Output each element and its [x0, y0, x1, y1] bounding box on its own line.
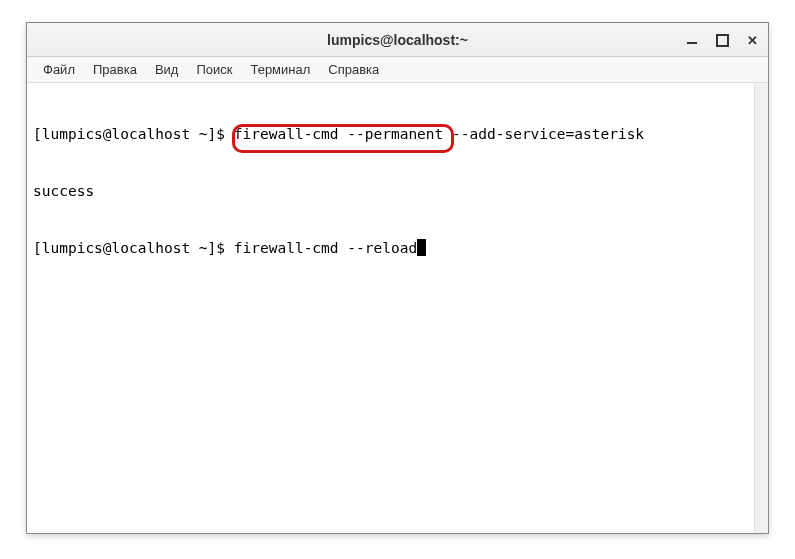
- terminal-line: [lumpics@localhost ~]$ firewall-cmd --re…: [33, 239, 762, 258]
- terminal-cursor: [417, 239, 426, 256]
- menu-view[interactable]: Вид: [147, 60, 187, 79]
- terminal-line: success: [33, 182, 762, 201]
- menu-help[interactable]: Справка: [320, 60, 387, 79]
- terminal-area[interactable]: [lumpics@localhost ~]$ firewall-cmd --pe…: [27, 83, 768, 533]
- menu-terminal[interactable]: Терминал: [242, 60, 318, 79]
- command-text: firewall-cmd --reload: [234, 240, 417, 256]
- menu-edit[interactable]: Правка: [85, 60, 145, 79]
- menu-search[interactable]: Поиск: [188, 60, 240, 79]
- terminal-window: lumpics@localhost:~ Файл Правка Вид Поис…: [26, 22, 769, 534]
- menu-file[interactable]: Файл: [35, 60, 83, 79]
- maximize-icon[interactable]: [714, 32, 730, 48]
- prompt-text: [lumpics@localhost ~]$: [33, 240, 234, 256]
- command-text: firewall-cmd --permanent --add-service=a…: [234, 126, 644, 142]
- window-controls: [684, 23, 760, 57]
- titlebar[interactable]: lumpics@localhost:~: [27, 23, 768, 57]
- minimize-icon[interactable]: [684, 32, 700, 48]
- scrollbar[interactable]: [754, 83, 768, 533]
- close-icon[interactable]: [744, 32, 760, 48]
- window-title: lumpics@localhost:~: [327, 32, 468, 48]
- terminal-line: [lumpics@localhost ~]$ firewall-cmd --pe…: [33, 125, 762, 144]
- menubar: Файл Правка Вид Поиск Терминал Справка: [27, 57, 768, 83]
- prompt-text: [lumpics@localhost ~]$: [33, 126, 234, 142]
- output-text: success: [33, 183, 94, 199]
